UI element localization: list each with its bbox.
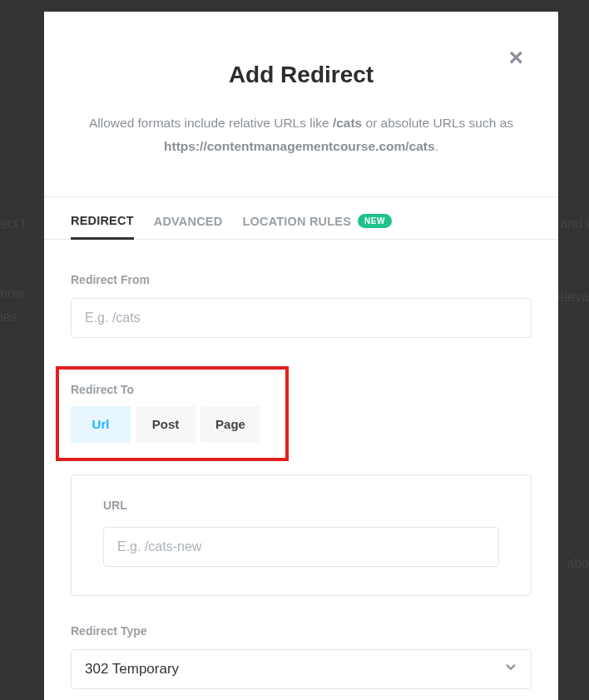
- redirect-to-segmented: Url Post Page: [71, 406, 274, 443]
- subtitle-text: Allowed formats include relative URLs li…: [89, 116, 333, 130]
- subtitle-example: /cats: [333, 116, 362, 130]
- redirect-type-select[interactable]: 302 Temporary: [71, 649, 532, 689]
- redirect-to-highlight: Redirect To Url Post Page: [56, 366, 289, 461]
- subtitle-example: https://contentmanagementcourse.com/cats: [164, 139, 435, 153]
- tab-location-rules[interactable]: LOCATION RULES NEW: [242, 214, 391, 239]
- url-input[interactable]: [103, 527, 499, 567]
- subtitle-text: or absolute URLs such as: [362, 116, 513, 130]
- modal-body: Redirect From Redirect To Url Post Page …: [44, 240, 558, 700]
- bg-text: abo: [567, 556, 589, 571]
- redirect-from-input[interactable]: [71, 298, 532, 338]
- redirect-to-block: Redirect To Url Post Page URL: [71, 366, 532, 596]
- redirect-from-label: Redirect From: [71, 273, 532, 286]
- bg-text: eleva: [557, 290, 589, 305]
- redirect-to-option-url[interactable]: Url: [71, 406, 131, 443]
- bg-text: and i: [560, 216, 589, 231]
- tab-redirect[interactable]: REDIRECT: [71, 214, 134, 240]
- bg-text: now: [0, 286, 24, 301]
- redirect-from-field: Redirect From: [71, 273, 532, 338]
- url-label: URL: [103, 499, 499, 512]
- new-badge: NEW: [358, 214, 392, 228]
- modal-title: Add Redirect: [86, 62, 517, 88]
- tab-bar: REDIRECT ADVANCED LOCATION RULES NEW: [44, 197, 558, 240]
- close-icon[interactable]: ×: [508, 45, 523, 70]
- modal-header: × Add Redirect Allowed formats include r…: [44, 12, 558, 197]
- bg-text: les: [0, 310, 17, 325]
- subtitle-text: .: [435, 139, 438, 153]
- bg-text: ect t: [0, 216, 25, 231]
- add-redirect-modal: × Add Redirect Allowed formats include r…: [44, 12, 558, 700]
- url-subpanel: URL: [71, 474, 532, 596]
- redirect-to-label: Redirect To: [71, 383, 274, 396]
- tab-label: LOCATION RULES: [242, 215, 351, 228]
- modal-subtitle: Allowed formats include relative URLs li…: [86, 112, 517, 158]
- redirect-to-option-page[interactable]: Page: [200, 406, 260, 443]
- redirect-type-label: Redirect Type: [71, 624, 532, 638]
- redirect-type-select-wrapper: 302 Temporary: [71, 649, 532, 689]
- tab-advanced[interactable]: ADVANCED: [154, 214, 223, 239]
- redirect-to-option-post[interactable]: Post: [136, 406, 196, 443]
- redirect-type-field: Redirect Type 302 Temporary This tells s…: [71, 624, 532, 700]
